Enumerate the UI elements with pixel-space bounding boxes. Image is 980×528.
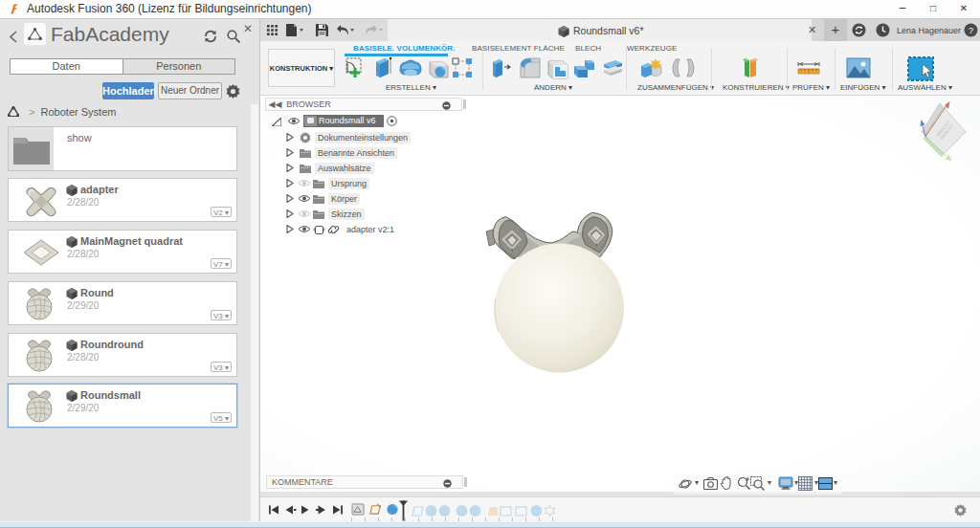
svg-text:?: ?: [969, 26, 973, 35]
